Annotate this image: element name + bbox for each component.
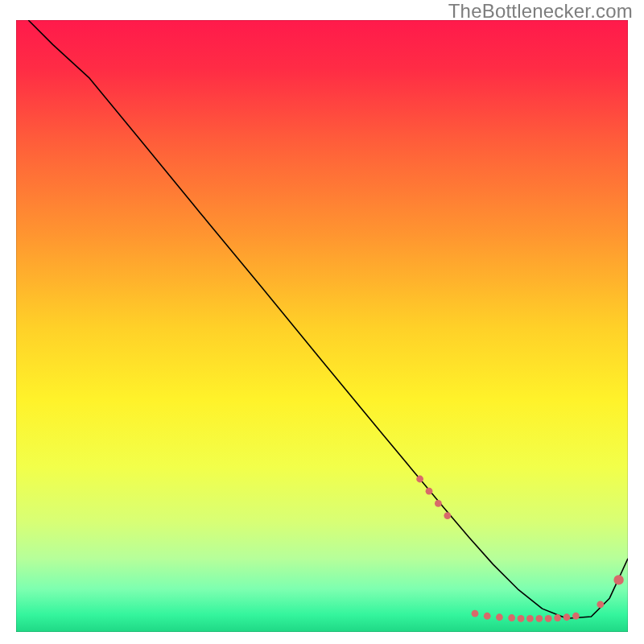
marker-point bbox=[572, 613, 580, 620]
marker-point bbox=[435, 500, 442, 507]
gradient-rect bbox=[16, 20, 628, 632]
marker-point bbox=[518, 615, 525, 622]
marker-point bbox=[545, 615, 552, 622]
watermark-text: TheBottlenecker.com bbox=[448, 0, 633, 23]
marker-point bbox=[613, 575, 623, 584]
chart-stage: TheBottlenecker.com bbox=[0, 0, 644, 644]
marker-point bbox=[496, 613, 503, 621]
marker-point bbox=[472, 610, 479, 617]
marker-point bbox=[564, 613, 571, 621]
chart-plot bbox=[16, 20, 628, 632]
marker-point bbox=[554, 614, 561, 621]
marker-point bbox=[535, 615, 543, 622]
marker-point bbox=[597, 601, 604, 608]
marker-point bbox=[508, 614, 515, 621]
marker-point bbox=[526, 615, 534, 622]
marker-point bbox=[484, 613, 491, 620]
marker-point bbox=[416, 476, 423, 483]
marker-point bbox=[444, 512, 451, 519]
marker-point bbox=[426, 488, 433, 495]
